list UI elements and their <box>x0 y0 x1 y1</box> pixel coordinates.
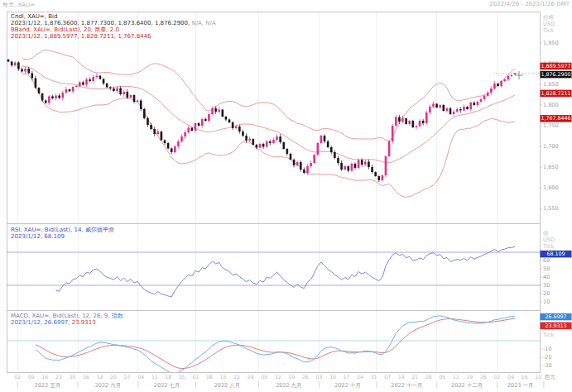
svg-text:68.109: 68.109 <box>546 251 565 256</box>
svg-text:1,700: 1,700 <box>543 143 559 150</box>
svg-text:2022 十一月: 2022 十一月 <box>391 382 422 389</box>
svg-text:23.9313: 23.9313 <box>545 323 566 328</box>
svg-text:19: 19 <box>288 374 295 380</box>
candle-na-label: N/A, N/A <box>190 20 215 26</box>
svg-text:-30: -30 <box>543 362 552 369</box>
svg-text:28: 28 <box>425 374 432 380</box>
svg-text:26: 26 <box>302 374 309 380</box>
svg-text:价格: 价格 <box>542 14 555 21</box>
svg-text:11: 11 <box>151 374 158 380</box>
svg-text:02: 02 <box>494 374 501 380</box>
svg-text:1,828.7211: 1,828.7211 <box>541 90 570 96</box>
svg-text:13: 13 <box>97 374 103 380</box>
bband-values-label: 2023/1/12, 1,889.5977, 1,828.7211, 1,767… <box>11 33 151 40</box>
svg-text:1,950: 1,950 <box>543 40 559 46</box>
svg-text:29: 29 <box>248 374 254 380</box>
svg-text:26.6997: 26.6997 <box>545 313 566 319</box>
svg-text:31: 31 <box>371 374 377 380</box>
svg-text:12: 12 <box>275 374 281 380</box>
svg-text:21: 21 <box>411 374 418 380</box>
rsi-value-label: 2023/1/12, 68.109 <box>11 233 65 240</box>
svg-text:16: 16 <box>42 374 49 380</box>
svg-text:27: 27 <box>124 374 131 380</box>
svg-text:30: 30 <box>70 374 76 380</box>
svg-text:60: 60 <box>543 257 550 264</box>
main-pane-legend: Cndl, XAU=, Bid 2023/1/12, 1,876.3600, 1… <box>11 13 216 40</box>
svg-text:2022 十二月: 2022 十二月 <box>451 382 483 389</box>
svg-text:Tick: Tick <box>542 332 554 338</box>
svg-text:25: 25 <box>179 374 185 380</box>
svg-text:2022 九月: 2022 九月 <box>276 382 302 389</box>
svg-text:40: 40 <box>543 274 550 280</box>
svg-text:22: 22 <box>233 374 240 380</box>
svg-text:20: 20 <box>110 374 117 380</box>
svg-text:1,650: 1,650 <box>543 164 559 170</box>
candle-series-label: Cndl, XAU=, Bid <box>11 13 57 20</box>
svg-text:17: 17 <box>344 374 350 380</box>
svg-text:05: 05 <box>440 374 446 380</box>
svg-text:Tick: Tick <box>542 27 554 34</box>
rsi-series-label: RSI, XAU=, Bid(Last), 14, 威尔德平滑 <box>11 227 114 233</box>
svg-text:1,600: 1,600 <box>543 184 559 191</box>
svg-text:2022 八月: 2022 八月 <box>214 382 241 389</box>
rsi-line <box>56 246 515 297</box>
chart-cursor-icon <box>515 71 523 79</box>
svg-text:14: 14 <box>398 374 405 380</box>
macd-signal-label: 23.9313 <box>70 319 96 326</box>
candle-values-label: 2023/1/12, 1,876.3600, 1,877.7300, 1,873… <box>11 20 190 26</box>
svg-text:01: 01 <box>193 374 199 380</box>
svg-text:2022 五月: 2022 五月 <box>35 382 61 389</box>
svg-text:-10: -10 <box>543 346 552 352</box>
svg-text:1,850: 1,850 <box>543 81 559 88</box>
svg-text:09: 09 <box>507 374 514 380</box>
svg-text:19: 19 <box>467 374 473 380</box>
svg-text:24: 24 <box>357 374 363 380</box>
svg-text:04: 04 <box>137 374 144 380</box>
svg-text:09: 09 <box>28 374 35 380</box>
svg-text:值: 值 <box>543 230 549 237</box>
macd-method-label: 指数 <box>112 313 123 319</box>
macd-value-label: 2023/1/12, 26.6997, <box>11 319 70 326</box>
bollinger-bands <box>22 50 515 197</box>
svg-text:1,876.2900: 1,876.2900 <box>541 71 570 77</box>
svg-text:USD: USD <box>543 237 555 243</box>
svg-text:1,750: 1,750 <box>543 122 559 129</box>
svg-text:16: 16 <box>522 374 528 380</box>
era-label: 西元 <box>544 374 556 380</box>
svg-text:-20: -20 <box>543 354 552 361</box>
svg-text:USD: USD <box>543 21 555 27</box>
svg-text:18: 18 <box>166 374 172 380</box>
rsi-pane <box>7 246 540 297</box>
svg-text:03: 03 <box>316 374 323 380</box>
svg-text:1,889.5977: 1,889.5977 <box>541 63 570 69</box>
bband-series-label: BBand, XAU=, Bid(Last), 20, 简单, 2.0 <box>11 26 119 33</box>
svg-text:02: 02 <box>14 374 21 380</box>
chart-canvas[interactable]: 价格USDTick值USDTickUSDTick1,9501,9001,8501… <box>0 0 572 392</box>
macd-series-label: MACD, XAU=, Bid(Last), 12, 26, 9, <box>11 313 112 319</box>
rsi-pane-legend: RSI, XAU=, Bid(Last), 14, 威尔德平滑 2023/1/1… <box>11 227 114 240</box>
svg-text:1,767.8446: 1,767.8446 <box>541 115 570 121</box>
macd-pane-legend: MACD, XAU=, Bid(Last), 12, 26, 9, 指数 202… <box>11 313 123 326</box>
svg-text:2022 十月: 2022 十月 <box>334 382 361 389</box>
svg-text:2023 一月: 2023 一月 <box>507 382 534 389</box>
svg-text:06: 06 <box>83 374 89 380</box>
svg-text:08: 08 <box>206 374 213 380</box>
svg-text:23: 23 <box>55 374 62 380</box>
svg-text:2022 七月: 2022 七月 <box>154 382 180 389</box>
svg-text:1,800: 1,800 <box>543 102 559 108</box>
svg-text:10: 10 <box>329 374 336 380</box>
svg-text:30: 30 <box>543 282 550 289</box>
svg-text:20: 20 <box>543 290 550 297</box>
svg-text:23: 23 <box>535 374 541 380</box>
x-axis: 0209162330061320270411182501081522290512… <box>14 374 555 389</box>
svg-text:50: 50 <box>543 265 550 272</box>
svg-text:26: 26 <box>480 374 487 380</box>
svg-text:15: 15 <box>220 374 227 380</box>
svg-text:2022 六月: 2022 六月 <box>95 382 122 389</box>
svg-text:05: 05 <box>261 374 267 380</box>
svg-text:12: 12 <box>453 374 459 380</box>
chart-window: 每天, XAU= 2022/4/26 - 2023/1/26 GMT 价格USD… <box>0 0 572 392</box>
svg-text:Tick: Tick <box>542 243 554 250</box>
svg-text:07: 07 <box>384 374 391 380</box>
candlestick-series <box>7 59 517 182</box>
